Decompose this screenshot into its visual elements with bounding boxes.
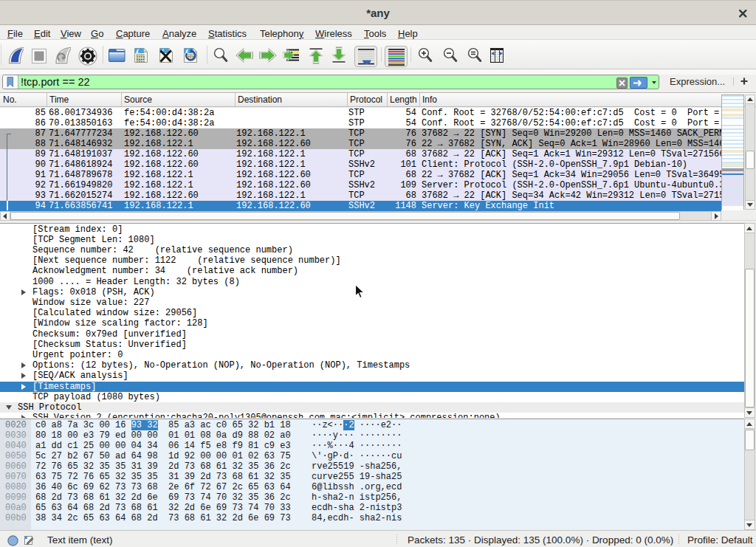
svg-text:0011: 0011 (137, 59, 145, 63)
